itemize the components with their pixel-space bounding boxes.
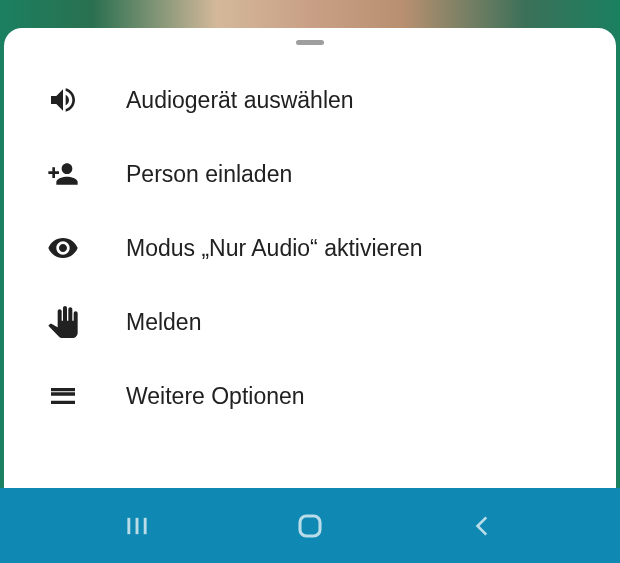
menu-item-invite[interactable]: Person einladen (4, 137, 616, 211)
hand-icon (46, 305, 80, 339)
back-button[interactable] (463, 506, 503, 546)
person-add-icon (46, 157, 80, 191)
speaker-icon (46, 83, 80, 117)
bottom-sheet: Audiogerät auswählen Person einladen Mod… (4, 28, 616, 488)
home-button[interactable] (290, 506, 330, 546)
menu-label: Modus „Nur Audio“ aktivieren (126, 235, 423, 262)
recents-button[interactable] (117, 506, 157, 546)
menu-item-raise-hand[interactable]: Melden (4, 285, 616, 359)
android-navbar (0, 488, 620, 563)
svg-rect-3 (300, 516, 320, 536)
menu-icon (46, 379, 80, 413)
menu-item-audio-device[interactable]: Audiogerät auswählen (4, 63, 616, 137)
menu-label: Audiogerät auswählen (126, 87, 354, 114)
eye-icon (46, 231, 80, 265)
menu-item-more[interactable]: Weitere Optionen (4, 359, 616, 433)
menu-label: Person einladen (126, 161, 292, 188)
menu-label: Melden (126, 309, 201, 336)
menu-item-audio-only[interactable]: Modus „Nur Audio“ aktivieren (4, 211, 616, 285)
drag-handle[interactable] (296, 40, 324, 45)
menu-label: Weitere Optionen (126, 383, 305, 410)
